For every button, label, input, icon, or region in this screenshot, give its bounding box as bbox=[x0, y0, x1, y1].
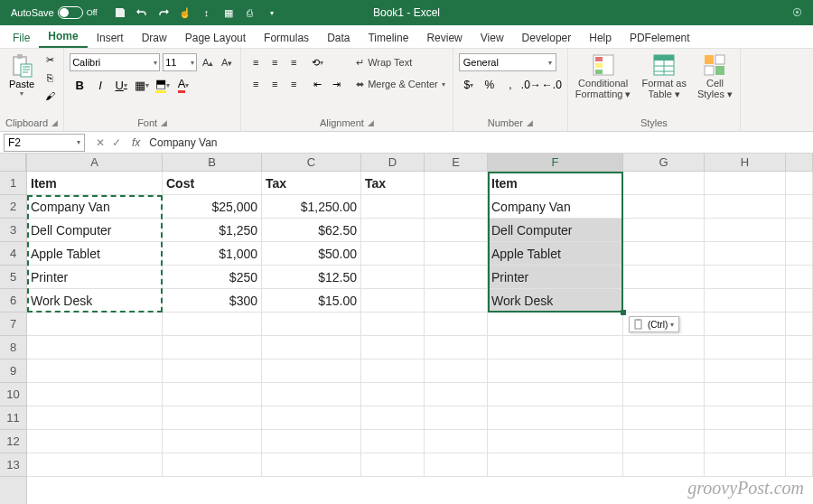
cell[interactable] bbox=[623, 430, 705, 453]
cell[interactable] bbox=[262, 453, 361, 477]
cell[interactable] bbox=[623, 359, 705, 383]
cell[interactable] bbox=[786, 172, 813, 195]
cell[interactable] bbox=[361, 406, 425, 430]
cell[interactable] bbox=[705, 406, 786, 430]
select-all-corner[interactable] bbox=[0, 154, 26, 172]
cell-area[interactable]: Item Cost Tax Tax Item Company Van $25,0… bbox=[27, 172, 813, 477]
cell[interactable]: Item bbox=[488, 172, 623, 195]
cell[interactable]: $250 bbox=[163, 266, 262, 289]
border-button[interactable]: ▦▾ bbox=[132, 75, 152, 95]
orientation-icon[interactable]: ⟲▾ bbox=[308, 53, 326, 71]
cell[interactable] bbox=[262, 313, 361, 336]
cell[interactable] bbox=[705, 242, 786, 266]
cell[interactable]: $62.50 bbox=[262, 219, 361, 242]
cell[interactable] bbox=[361, 313, 425, 336]
cell[interactable]: $1,000 bbox=[163, 242, 262, 266]
cell[interactable] bbox=[786, 195, 813, 219]
align-center-icon[interactable]: ≡ bbox=[266, 75, 284, 93]
cell[interactable] bbox=[361, 242, 425, 266]
tab-home[interactable]: Home bbox=[39, 26, 87, 48]
name-box[interactable]: F2▾ bbox=[4, 134, 85, 152]
cell[interactable] bbox=[425, 266, 488, 289]
cell[interactable] bbox=[27, 359, 163, 383]
col-header[interactable]: C bbox=[262, 154, 361, 172]
cell[interactable] bbox=[163, 383, 262, 406]
cell[interactable] bbox=[425, 430, 488, 453]
cell[interactable] bbox=[786, 359, 813, 383]
cell[interactable]: Printer bbox=[27, 266, 163, 289]
cell[interactable] bbox=[425, 359, 488, 383]
paste-options-button[interactable]: (Ctrl)▾ bbox=[629, 316, 679, 332]
cell[interactable]: Tax bbox=[361, 172, 425, 195]
cell[interactable] bbox=[705, 266, 786, 289]
increase-decimal-icon[interactable]: .0→ bbox=[521, 75, 541, 95]
cell[interactable] bbox=[705, 313, 786, 336]
cell[interactable] bbox=[705, 172, 786, 195]
font-name-select[interactable]: Calibri▾ bbox=[70, 53, 160, 71]
cell[interactable] bbox=[361, 219, 425, 242]
row-header[interactable]: 13 bbox=[0, 453, 26, 477]
row-header[interactable]: 9 bbox=[0, 359, 26, 383]
col-header[interactable]: D bbox=[361, 154, 425, 172]
cell[interactable] bbox=[425, 336, 488, 359]
cell[interactable] bbox=[623, 195, 705, 219]
percent-button[interactable]: % bbox=[480, 75, 500, 95]
dialog-launcher-icon[interactable]: ◢ bbox=[368, 118, 374, 127]
cell[interactable] bbox=[623, 266, 705, 289]
cell[interactable] bbox=[705, 219, 786, 242]
cell[interactable] bbox=[425, 453, 488, 477]
cell[interactable]: $25,000 bbox=[163, 195, 262, 219]
sort-icon[interactable]: ↕ bbox=[197, 3, 217, 23]
cell[interactable] bbox=[163, 453, 262, 477]
print-icon[interactable]: ⎙ bbox=[240, 3, 260, 23]
cell[interactable] bbox=[425, 289, 488, 313]
cell[interactable] bbox=[623, 453, 705, 477]
align-middle-icon[interactable]: ≡ bbox=[266, 53, 284, 71]
cell[interactable]: Dell Computer bbox=[27, 219, 163, 242]
row-header[interactable]: 2 bbox=[0, 195, 26, 219]
cell[interactable] bbox=[623, 242, 705, 266]
tab-view[interactable]: View bbox=[472, 28, 513, 48]
col-header[interactable]: H bbox=[705, 154, 786, 172]
paste-button[interactable]: Paste ▾ bbox=[5, 51, 38, 99]
cell[interactable]: Dell Computer bbox=[488, 219, 623, 242]
cell[interactable] bbox=[163, 430, 262, 453]
cell[interactable] bbox=[786, 266, 813, 289]
copy-icon[interactable]: ⎘ bbox=[42, 70, 58, 86]
cell[interactable] bbox=[425, 406, 488, 430]
row-header[interactable]: 5 bbox=[0, 266, 26, 289]
cell[interactable] bbox=[786, 406, 813, 430]
row-header[interactable]: 7 bbox=[0, 313, 26, 336]
tab-help[interactable]: Help bbox=[580, 28, 621, 48]
col-header[interactable]: G bbox=[623, 154, 705, 172]
cell[interactable] bbox=[361, 289, 425, 313]
cell[interactable] bbox=[623, 383, 705, 406]
font-size-select[interactable]: 11▾ bbox=[163, 53, 197, 71]
align-left-icon[interactable]: ≡ bbox=[247, 75, 265, 93]
cell[interactable] bbox=[786, 430, 813, 453]
row-header[interactable]: 4 bbox=[0, 242, 26, 266]
cell[interactable] bbox=[361, 195, 425, 219]
cell[interactable] bbox=[488, 430, 623, 453]
tab-formulas[interactable]: Formulas bbox=[255, 28, 318, 48]
cell[interactable] bbox=[425, 195, 488, 219]
col-header[interactable] bbox=[786, 154, 813, 172]
cell[interactable] bbox=[163, 313, 262, 336]
cell[interactable] bbox=[361, 266, 425, 289]
cell[interactable] bbox=[163, 336, 262, 359]
fx-icon[interactable]: fx bbox=[128, 136, 144, 149]
tab-draw[interactable]: Draw bbox=[133, 28, 176, 48]
cell[interactable]: $15.00 bbox=[262, 289, 361, 313]
enter-formula-icon[interactable]: ✓ bbox=[112, 136, 121, 149]
cell[interactable]: Tax bbox=[262, 172, 361, 195]
cell[interactable]: $50.00 bbox=[262, 242, 361, 266]
dialog-launcher-icon[interactable]: ◢ bbox=[51, 118, 58, 127]
cell[interactable] bbox=[163, 406, 262, 430]
bold-button[interactable]: B bbox=[70, 75, 89, 95]
tab-review[interactable]: Review bbox=[417, 28, 471, 48]
cell[interactable] bbox=[488, 336, 623, 359]
touch-mode-icon[interactable]: ☝ bbox=[175, 3, 195, 23]
cell[interactable] bbox=[705, 195, 786, 219]
increase-font-icon[interactable]: A▴ bbox=[200, 53, 216, 71]
cell[interactable] bbox=[623, 406, 705, 430]
